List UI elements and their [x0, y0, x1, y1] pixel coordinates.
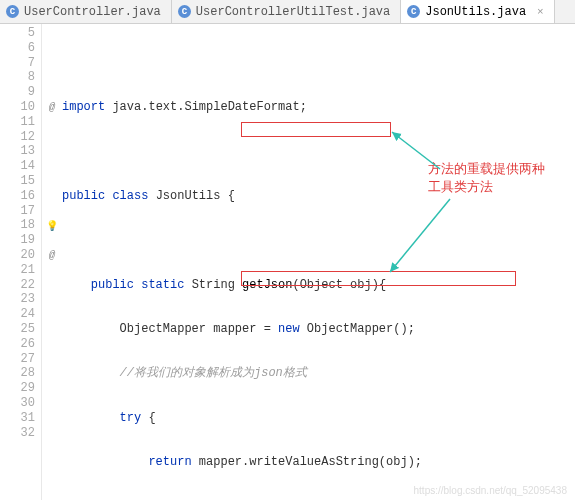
tab-jsonutils[interactable]: C JsonUtils.java × [401, 0, 554, 23]
close-icon[interactable]: × [537, 6, 544, 18]
watermark: https://blog.csdn.net/qq_52095438 [414, 485, 567, 496]
code-line: return mapper.writeValueAsString(obj); [62, 455, 575, 470]
code-line: import java.text.SimpleDateFormat; [62, 100, 575, 115]
code-line: //将我们的对象解析成为json格式 [62, 366, 575, 381]
class-icon: C [178, 5, 191, 18]
line-number-gutter: 5678910111213141516171819202122232425262… [0, 24, 42, 500]
class-icon: C [6, 5, 19, 18]
code-area[interactable]: import java.text.SimpleDateFormat; publi… [42, 24, 575, 500]
tab-label: UserController.java [24, 5, 161, 19]
code-line: public static String getJson(Object obj)… [62, 278, 575, 293]
code-line: public class JsonUtils { [62, 189, 575, 204]
code-line [62, 144, 575, 159]
code-line: try { [62, 411, 575, 426]
annotation-text: 工具类方法 [428, 178, 493, 196]
tab-label: JsonUtils.java [425, 5, 526, 19]
tab-usercontrollerutiltest[interactable]: C UserControllerUtilTest.java [172, 0, 401, 23]
tab-label: UserControllerUtilTest.java [196, 5, 390, 19]
tab-usercontroller[interactable]: C UserController.java [0, 0, 172, 23]
annotation-text: 方法的重载提供两种 [428, 160, 545, 178]
code-editor[interactable]: 5678910111213141516171819202122232425262… [0, 24, 575, 500]
editor-tabs: C UserController.java C UserControllerUt… [0, 0, 575, 24]
code-line [62, 233, 575, 248]
code-line [62, 56, 575, 71]
class-icon: C [407, 5, 420, 18]
code-line: ObjectMapper mapper = new ObjectMapper()… [62, 322, 575, 337]
